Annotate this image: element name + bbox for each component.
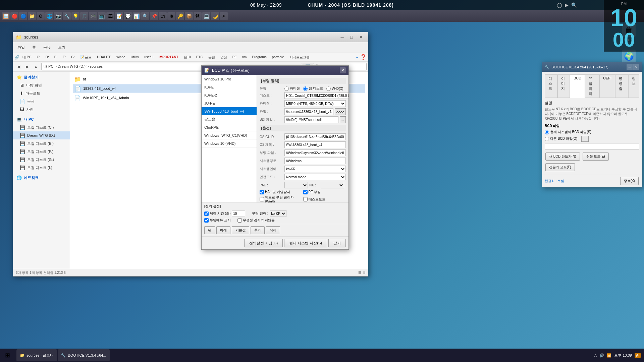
bootice-minimize[interactable]: ─: [627, 64, 633, 70]
quickbar-icon-4[interactable]: 📁: [28, 12, 36, 20]
btn-up[interactable]: 위: [204, 226, 215, 234]
sdi-browse-button[interactable]: ...: [340, 116, 346, 123]
btn-add[interactable]: 추가: [251, 226, 265, 234]
bookmark-video[interactable]: 영상: [218, 54, 229, 61]
quickbar-icon-14[interactable]: 📝: [115, 12, 123, 20]
new-bcd-btn[interactable]: 새 BCD 만들기(N): [545, 153, 580, 161]
btn-default[interactable]: 기본값: [232, 226, 249, 234]
sidebar-item-downloads[interactable]: ⬇ 다운로드: [13, 89, 70, 97]
file-input[interactable]: [284, 108, 333, 115]
bcd-path-input[interactable]: [545, 143, 639, 150]
file-browse-button[interactable]: >>>>: [335, 108, 346, 115]
menu-home[interactable]: 홈: [29, 43, 39, 52]
quickbar-icon-25[interactable]: 🌙: [211, 12, 219, 20]
sdi-input[interactable]: [284, 116, 338, 123]
tab-uefi[interactable]: UEFI: [599, 74, 615, 98]
network-tray-icon[interactable]: 📶: [607, 353, 611, 358]
menu-share[interactable]: 공유: [40, 43, 54, 52]
metro-checkbox-label[interactable]: 메트로 부팅 관리자(Win8): [260, 195, 303, 202]
quickbar-icon-9[interactable]: 💡: [71, 12, 79, 20]
current-bcd-radio[interactable]: [545, 130, 549, 134]
sidebar-item-favorites[interactable]: ⭐ 즐겨찾기: [13, 73, 70, 81]
quickbar-icon-26[interactable]: ☀: [220, 12, 228, 20]
testmode-checkbox-label[interactable]: 테스트모드: [303, 195, 346, 202]
bookmark-programs[interactable]: Programs: [250, 54, 269, 61]
menu-view[interactable]: 보기: [55, 43, 68, 52]
bookmark-useful[interactable]: useful: [142, 54, 156, 61]
tab-disk[interactable]: 디스크: [545, 74, 557, 98]
quickbar-icon-2[interactable]: 🔴: [10, 12, 18, 20]
quickbar-icon-11[interactable]: 🎮: [89, 12, 97, 20]
bootice-close[interactable]: ✕: [633, 64, 639, 70]
bcd-item-chorpe[interactable]: ChoRPE: [202, 123, 257, 131]
pe-boot-checkbox-label[interactable]: PE 부팅: [303, 190, 346, 194]
nx-select[interactable]: [321, 182, 344, 188]
bookmark-start[interactable]: 시작프로그램: [287, 54, 312, 61]
bcd-browse-btn[interactable]: ...: [581, 136, 589, 142]
partition-select[interactable]: MBR0: (NTFS, 489.0 GB, D:\W): [284, 100, 346, 107]
quickbar-icon-18[interactable]: 📌: [150, 12, 158, 20]
bcd-dialog-close[interactable]: ✕: [340, 67, 346, 73]
quickbar-icon-23[interactable]: 🛠: [194, 12, 202, 20]
quickbar-icon-10[interactable]: 🎵: [80, 12, 88, 20]
tab-info[interactable]: 정보: [628, 74, 639, 98]
disk-select[interactable]: HD1: Crucial_CT525MX300SSD1 (489.0 GB, D…: [284, 92, 348, 99]
expert-mode-btn[interactable]: 전문가 모드(F): [545, 163, 575, 171]
current-bcd-label[interactable]: 현재 시스템의 BCD 파일(S): [545, 130, 591, 134]
sidebar-item-g[interactable]: 💾 로컬 디스크 (G:): [13, 156, 70, 164]
sidebar-item-e[interactable]: 💾 로컬 디스크 (E:): [13, 139, 70, 147]
minimize-button[interactable]: ─: [338, 34, 346, 41]
boot-menu-label[interactable]: 부팅메뉴 표시: [204, 218, 231, 223]
safe-mode-select[interactable]: Normal mode: [284, 174, 346, 180]
bookmark-important[interactable]: IMPORTANT: [156, 54, 181, 61]
quickbar-icon-13[interactable]: 🖼: [106, 12, 114, 20]
bcd-item-k3pe2[interactable]: K3PE-2: [202, 91, 257, 99]
sidebar-item-desktop[interactable]: 🖥 바탕 화면: [13, 81, 70, 89]
radio-partition-input[interactable]: [284, 86, 289, 91]
bookmark-font[interactable]: 📝 폰트: [78, 54, 94, 61]
bookmark-g[interactable]: G:: [69, 54, 77, 61]
timeout-checkbox[interactable]: [204, 212, 209, 216]
bookmark-d[interactable]: D:: [43, 54, 51, 61]
quickbar-icon-21[interactable]: 🔑: [176, 12, 184, 20]
quickbar-icon-12[interactable]: 📺: [98, 12, 106, 20]
btn-down[interactable]: 아래: [216, 226, 230, 234]
hal-checkbox[interactable]: [260, 190, 264, 194]
hal-checkbox-label[interactable]: HAL 및 커널감지: [260, 190, 303, 194]
quickbar-icon-19[interactable]: 🗂: [159, 12, 167, 20]
up-button[interactable]: ▲: [32, 63, 40, 70]
integrity-checkbox[interactable]: [237, 218, 242, 223]
quickbar-icon-15[interactable]: 💬: [124, 12, 132, 20]
btn-delete[interactable]: 삭제: [266, 226, 280, 234]
sidebar-item-pictures[interactable]: 🖼 사진: [13, 105, 70, 113]
bcd-item-k3pe[interactable]: K3PE: [202, 83, 257, 91]
tab-cmd[interactable]: 명령 줄: [615, 74, 628, 98]
bookmark-etc[interactable]: ETC: [194, 54, 205, 61]
pe-boot-checkbox[interactable]: [303, 190, 308, 194]
quickbar-icon-22[interactable]: 📦: [185, 12, 193, 20]
sidebar-item-f[interactable]: 💾 로컬 디스크 (F:): [13, 147, 70, 156]
radio-ramdisk[interactable]: 램 디스크: [303, 86, 323, 91]
sidebar-item-i[interactable]: 💾 로컬 디스크 (I:): [13, 164, 70, 172]
quickbar-icon-16[interactable]: 📊: [132, 12, 141, 20]
radio-vhd[interactable]: VHD(X): [326, 86, 343, 91]
other-bcd-label[interactable]: 다른 BCD 파일(O): [545, 136, 577, 141]
sidebar-item-d[interactable]: 💾 Dream WTG (D:): [13, 131, 70, 139]
bcd-close-button[interactable]: 닫기: [328, 239, 346, 247]
pae-select[interactable]: [284, 182, 308, 188]
bcd-item-win10vhd[interactable]: Windows 10 (VHD): [202, 139, 257, 147]
quickbar-icon-6[interactable]: 🌐: [45, 12, 53, 20]
quickbar-icon-7[interactable]: 📷: [54, 12, 62, 20]
bookmark-mypc[interactable]: 내 PC: [20, 54, 34, 61]
radio-ramdisk-input[interactable]: [303, 86, 308, 91]
bookmark-e[interactable]: E:: [52, 54, 60, 61]
integrity-label[interactable]: 무결성 검사 하지않음: [237, 218, 275, 223]
view-list-icon[interactable]: ☰: [358, 271, 361, 275]
forward-button[interactable]: ▶: [23, 63, 31, 70]
testmode-checkbox[interactable]: [303, 197, 308, 201]
bcd-item-win10pro[interactable]: Windows 10 Pro: [202, 75, 257, 83]
menu-file[interactable]: 파일: [14, 43, 28, 52]
bcd-item-jupe[interactable]: JU-PE: [202, 99, 257, 107]
boot-menu-checkbox[interactable]: [204, 218, 209, 223]
quickbar-icon-8[interactable]: 🔧: [63, 12, 71, 20]
